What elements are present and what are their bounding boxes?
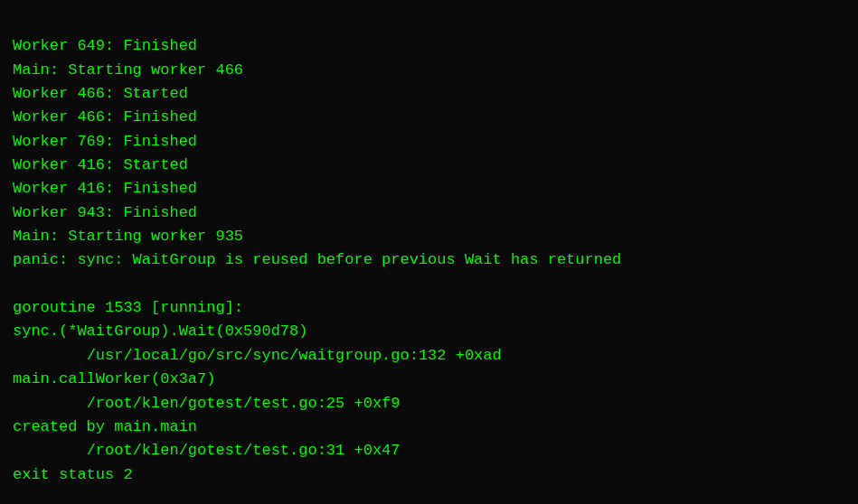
terminal-output: Worker 649: FinishedMain: Starting worke… xyxy=(0,0,858,504)
terminal-line: /root/klen/gotest/test.go:25 +0xf9 xyxy=(13,392,845,415)
terminal-line: Worker 466: Started xyxy=(13,82,845,106)
terminal-line: Main: Starting worker 935 xyxy=(13,225,845,248)
terminal-line: main.callWorker(0x3a7) xyxy=(13,368,845,391)
terminal-line: Worker 416: Finished xyxy=(13,177,845,201)
terminal-line: sync.(*WaitGroup).Wait(0x590d78) xyxy=(13,320,845,343)
terminal-line: created by main.main xyxy=(13,415,845,439)
terminal-line: Worker 769: Finished xyxy=(13,130,845,154)
terminal-line: /root/klen/gotest/test.go:31 +0x47 xyxy=(13,439,845,462)
terminal-line: Worker 943: Finished xyxy=(13,201,845,225)
terminal-line: exit status 2 xyxy=(13,463,845,487)
terminal-line: Main: Starting worker 466 xyxy=(13,59,845,82)
terminal-line: /usr/local/go/src/sync/waitgroup.go:132 … xyxy=(13,344,845,368)
terminal-line: Worker 649: Finished xyxy=(13,34,845,58)
terminal-line: panic: sync: WaitGroup is reused before … xyxy=(13,248,845,272)
terminal-line-empty xyxy=(13,273,845,296)
terminal-line: Worker 466: Finished xyxy=(13,106,845,129)
terminal-line: goroutine 1533 [running]: xyxy=(13,296,845,320)
terminal-line: Worker 416: Started xyxy=(13,154,845,177)
